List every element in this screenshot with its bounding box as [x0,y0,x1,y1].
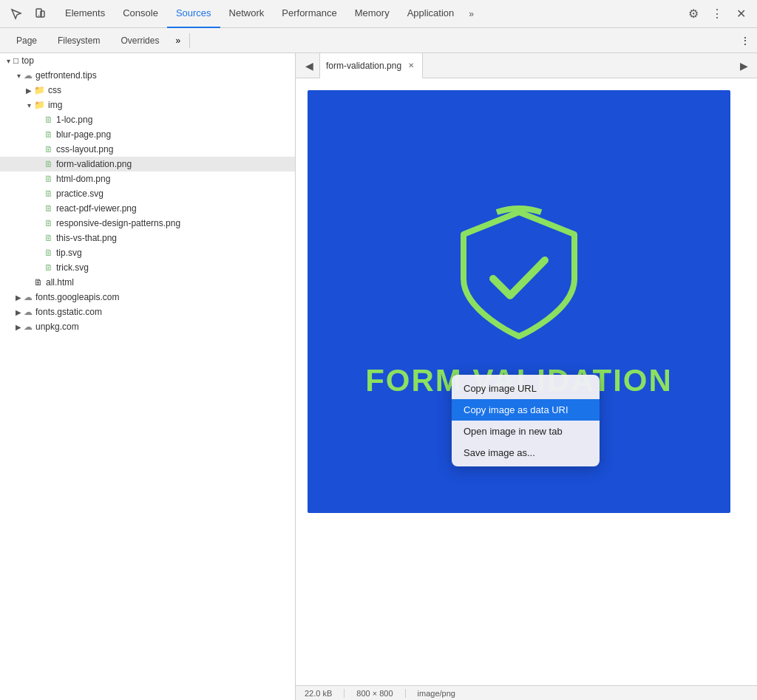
tree-item-unpkg[interactable]: ▶ ☁ unpkg.com [0,319,295,334]
tree-item-file-2[interactable]: 🗎 css-layout.png [0,142,295,157]
tree-label-css: css [48,85,61,95]
tab-network[interactable]: Network [220,0,274,28]
file-icon-10: 🗎 [44,262,53,273]
more-tabs-button[interactable]: » [463,0,480,28]
domain-icon-gstatic: ☁ [24,307,33,317]
main-content: ▾ □ top ▾ ☁ getfrontend.tips ▶ 📁 css ▾ 📁… [0,53,757,700]
tab-nav-left[interactable]: ◀ [299,55,319,76]
status-divider-1 [344,689,344,698]
file-icon-6: 🗎 [44,203,53,214]
tree-label-top: top [21,55,34,66]
file-icon-8: 🗎 [44,233,53,243]
devtools-tabs: Elements Console Sources Network Perform… [56,0,677,28]
folder-icon-css: 📁 [34,85,45,95]
folder-icon-img: 📁 [34,100,45,110]
tree-label-file-10: trick.svg [56,262,89,273]
status-dimensions: 800 × 800 [356,689,393,698]
settings-button[interactable]: ⚙ [683,4,704,24]
subtab-page[interactable]: Page [6,28,47,53]
file-icon-1: 🗎 [44,129,53,140]
subtab-overrides[interactable]: Overrides [110,28,169,53]
context-menu-save-as[interactable]: Save image as... [452,442,600,463]
tree-item-file-9[interactable]: 🗎 tip.svg [0,245,295,260]
tree-item-file-7[interactable]: 🗎 responsive-design-patterns.png [0,216,295,231]
domain-icon: ☁ [24,70,33,81]
tree-label-file-6: react-pdf-viewer.png [56,203,137,214]
tab-memory[interactable]: Memory [346,0,398,28]
status-bar: 22.0 kB 800 × 800 image/png [296,685,757,700]
tree-item-file-0[interactable]: 🗎 1-loc.png [0,112,295,127]
tab-elements[interactable]: Elements [56,0,114,28]
tree-label-file-1: blur-page.png [56,129,111,140]
tree-toggle-domain[interactable]: ▾ [13,72,24,80]
close-devtools-button[interactable]: ✕ [730,4,751,24]
tree-item-file-1[interactable]: 🗎 blur-page.png [0,127,295,142]
tree-toggle-top[interactable]: ▾ [3,57,13,65]
inspect-button[interactable] [6,4,27,24]
tree-label-file-9: tip.svg [56,248,82,258]
tree-item-file-5[interactable]: 🗎 practice.svg [0,186,295,201]
context-menu-copy-data-uri[interactable]: Copy image as data URI [452,399,600,421]
image-tab-label: form-validation.png [326,61,401,71]
subtab-divider [189,33,190,48]
file-icon-5: 🗎 [44,188,53,199]
tree-label-file-4: html-dom.png [56,174,110,184]
tab-sources[interactable]: Sources [167,0,220,28]
tree-item-googleapis[interactable]: ▶ ☁ fonts.googleapis.com [0,290,295,305]
tree-item-file-8[interactable]: 🗎 this-vs-that.png [0,231,295,245]
status-divider-2 [405,689,406,698]
subtab-options-button[interactable]: ⋮ [733,28,757,53]
tree-item-domain[interactable]: ▾ ☁ getfrontend.tips [0,68,295,83]
devtools-toolbar: Elements Console Sources Network Perform… [0,0,757,28]
tree-label-file-2: css-layout.png [56,144,113,154]
tree-label-file-7: responsive-design-patterns.png [56,218,180,228]
tree-label-img: img [48,100,62,110]
tab-console[interactable]: Console [114,0,167,28]
tree-item-file-10[interactable]: 🗎 trick.svg [0,260,295,275]
tree-item-top[interactable]: ▾ □ top [0,53,295,68]
svg-rect-1 [41,11,44,17]
sources-subtabs: Page Filesystem Overrides » ⋮ [0,28,757,53]
domain-icon-googleapis: ☁ [24,292,33,302]
tree-label-gstatic: fonts.gstatic.com [35,307,102,317]
tree-label-file-5: practice.svg [56,188,103,199]
tree-label-allhtml: all.html [46,277,74,288]
tree-item-img[interactable]: ▾ 📁 img [0,98,295,112]
image-tab-close-button[interactable]: ✕ [406,61,416,71]
tab-performance[interactable]: Performance [273,0,345,28]
image-tab-active[interactable]: form-validation.png ✕ [319,53,423,78]
file-icon-2: 🗎 [44,144,53,154]
tree-toggle-img[interactable]: ▾ [24,101,34,109]
shield-icon-large [452,205,585,345]
status-size: 22.0 kB [305,689,332,698]
tree-toggle-unpkg[interactable]: ▶ [13,323,24,331]
file-icon-9: 🗎 [44,248,53,258]
image-content: FORM VALIDATION Copy image URL Copy imag… [296,78,757,685]
subtab-filesystem[interactable]: Filesystem [47,28,110,53]
tab-nav-right[interactable]: ▶ [733,55,754,76]
file-icon-3: 🗎 [44,159,53,169]
context-menu-open-new-tab[interactable]: Open image in new tab [452,421,600,442]
overflow-button[interactable]: ⋮ [707,4,727,24]
tree-toggle-googleapis[interactable]: ▶ [13,293,24,302]
tree-item-css[interactable]: ▶ 📁 css [0,83,295,98]
context-menu: Copy image URL Copy image as data URI Op… [452,375,600,466]
context-menu-copy-url[interactable]: Copy image URL [452,378,600,399]
tab-application[interactable]: Application [398,0,464,28]
tree-item-gstatic[interactable]: ▶ ☁ fonts.gstatic.com [0,305,295,319]
tree-label-googleapis: fonts.googleapis.com [35,292,119,302]
file-icon-4: 🗎 [44,174,53,184]
subtab-more-button[interactable]: » [169,28,186,53]
tree-toggle-gstatic[interactable]: ▶ [13,308,24,316]
file-tree-sidebar: ▾ □ top ▾ ☁ getfrontend.tips ▶ 📁 css ▾ 📁… [0,53,296,700]
tree-item-file-3[interactable]: 🗎 form-validation.png [0,157,295,171]
tree-label-file-3: form-validation.png [56,159,132,169]
tree-label-domain: getfrontend.tips [35,70,97,81]
device-button[interactable] [30,4,50,24]
file-icon-7: 🗎 [44,218,53,228]
tree-item-allhtml[interactable]: 🗎 all.html [0,275,295,290]
tree-toggle-css[interactable]: ▶ [24,86,34,95]
tree-item-file-6[interactable]: 🗎 react-pdf-viewer.png [0,201,295,216]
tree-label-file-0: 1-loc.png [56,115,92,125]
tree-item-file-4[interactable]: 🗎 html-dom.png [0,171,295,186]
